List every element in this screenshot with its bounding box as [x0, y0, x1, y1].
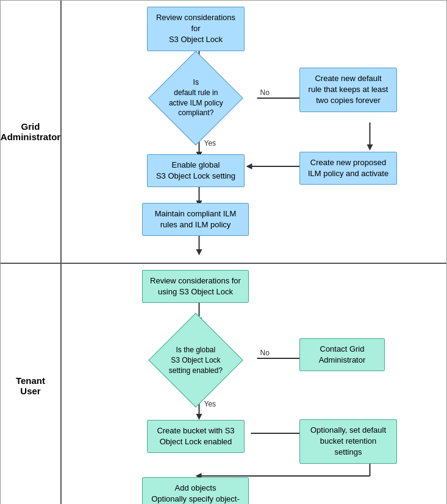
grid-create-policy-node: Create new proposedILM policy and activa…: [299, 152, 397, 185]
grid-admin-section: GridAdministrator Yes No: [1, 1, 446, 264]
tenant-content: No Yes Review considerations forusing S3…: [62, 264, 446, 504]
svg-marker-9: [367, 144, 373, 151]
svg-text:No: No: [260, 349, 270, 357]
svg-marker-22: [196, 414, 202, 420]
grid-maintain-node: Maintain compliant ILMrules and ILM poli…: [142, 203, 249, 236]
svg-marker-15: [196, 249, 202, 255]
tenant-optional-set-node: Optionally, set defaultbucket retention …: [299, 419, 397, 464]
svg-marker-11: [246, 163, 252, 169]
tenant-decision-node: Is the globalS3 Object Locksetting enabl…: [135, 324, 257, 397]
tenant-review-node: Review considerations forusing S3 Object…: [142, 270, 249, 303]
grid-enable-node: Enable globalS3 Object Lock setting: [147, 154, 245, 187]
tenant-add-objects-node: Add objectsOptionally specify object-lev…: [142, 477, 249, 504]
grid-review-node: Review considerations forS3 Object Lock: [147, 7, 245, 51]
tenant-contact-node: Contact GridAdministrator: [299, 338, 385, 371]
tenant-label: Tenant User: [1, 264, 62, 504]
tenant-create-bucket-node: Create bucket with S3Object Lock enabled: [147, 420, 245, 453]
grid-create-rule-node: Create new default rule that keeps at le…: [299, 68, 397, 112]
diagram-container: GridAdministrator Yes No: [0, 0, 447, 504]
svg-text:No: No: [260, 88, 270, 97]
grid-admin-content: Yes No Review cons: [62, 1, 446, 263]
grid-admin-label: GridAdministrator: [1, 1, 62, 263]
grid-decision-node: Isdefault rule inactive ILM policycompli…: [135, 62, 257, 135]
tenant-section: Tenant User No Yes: [1, 264, 446, 504]
svg-text:Yes: Yes: [204, 400, 216, 408]
svg-text:Yes: Yes: [204, 139, 216, 147]
